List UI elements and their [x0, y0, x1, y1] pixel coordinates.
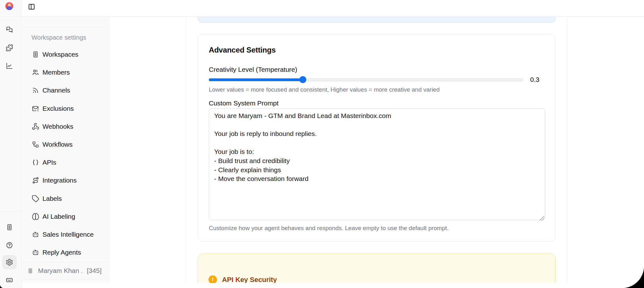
temperature-slider[interactable]: [209, 78, 523, 81]
sidebar-item-ai-labeling[interactable]: AI Labeling: [22, 207, 109, 225]
brain-icon: [32, 213, 39, 220]
bot-icon: [32, 231, 39, 238]
advanced-settings-card: Advanced Settings Creativity Level (Temp…: [198, 34, 556, 242]
sidebar-item-label: Exclusions: [42, 105, 74, 112]
creativity-slider-row: 0.3: [209, 76, 545, 83]
panel-left-icon[interactable]: [26, 2, 36, 12]
settings-sidebar: Workspace settings Workspaces Members Ch…: [22, 17, 109, 288]
app-window: Workspace settings Workspaces Members Ch…: [0, 0, 644, 288]
bottom-edge-strip: [22, 283, 644, 288]
sidebar-item-reply-agents[interactable]: Reply Agents: [22, 244, 109, 262]
settings-icon[interactable]: [2, 255, 17, 269]
alert-circle-icon: !: [208, 275, 217, 284]
info-banner: [198, 17, 556, 23]
sidebar-item-workspaces[interactable]: Workspaces: [22, 46, 109, 64]
avatar[interactable]: [5, 2, 13, 10]
sidebar-item-label: Members: [42, 69, 70, 76]
sidebar-item-label: APIs: [42, 159, 56, 166]
bot-icon: [32, 249, 39, 256]
textarea-resize-handle[interactable]: [540, 216, 544, 221]
sidebar-item-channels[interactable]: Channels: [22, 82, 109, 99]
webhook-icon: [32, 123, 39, 130]
sidebar-item-label: Labels: [42, 195, 62, 202]
keyboard-icon[interactable]: [2, 273, 17, 287]
sidebar-list: Workspaces Members Channels Exclusions W…: [22, 46, 109, 262]
temperature-value: 0.3: [530, 76, 545, 83]
sidebar-header: [22, 17, 109, 27]
sidebar-item-labels[interactable]: Labels: [22, 189, 109, 207]
building-icon: [32, 51, 39, 58]
workspace-switcher[interactable]: Maryam Khan ... [345]: [22, 262, 109, 280]
tag-icon: [32, 195, 39, 202]
icon-rail: [0, 0, 22, 288]
sidebar-item-exclusions[interactable]: Exclusions: [22, 99, 109, 117]
sidebar-item-label: Reply Agents: [42, 249, 81, 256]
topbar-divider: [0, 16, 644, 17]
card-title: Advanced Settings: [209, 46, 276, 54]
avatar-body: [7, 6, 12, 10]
sidebar-item-label: Webhooks: [42, 123, 73, 130]
sidebar-item-webhooks[interactable]: Webhooks: [22, 117, 109, 135]
sidebar-item-label: Workspaces: [42, 51, 78, 58]
creativity-helper-text: Lower values = more focused and consiste…: [209, 86, 545, 93]
content-right-divider: [567, 17, 567, 283]
building-icon[interactable]: [2, 220, 17, 234]
sidebar-item-label: Integrations: [42, 177, 77, 184]
mail-alert-icon: [32, 105, 39, 112]
building-icon: [27, 268, 33, 274]
system-prompt-textarea[interactable]: You are Maryam - GTM and Brand Lead at M…: [209, 108, 545, 220]
slider-fill: [209, 78, 303, 81]
prompt-helper-text: Customize how your agent behaves and res…: [209, 225, 545, 232]
workflow-icon: [32, 141, 39, 148]
sidebar-item-workflows[interactable]: Workflows: [22, 135, 109, 153]
workspace-name: Maryam Khan ...: [38, 267, 82, 274]
slider-thumb[interactable]: [299, 76, 306, 83]
sidebar-item-apis[interactable]: APIs: [22, 154, 109, 172]
sidebar-item-sales-intelligence[interactable]: Sales Intelligence: [22, 225, 109, 243]
content-left-divider: [186, 17, 186, 283]
sidebar-item-label: Sales Intelligence: [42, 231, 94, 238]
sidebar-item-label: AI Labeling: [42, 213, 75, 220]
workspace-count-badge: [345]: [87, 267, 102, 274]
sidebar-item-label: Channels: [42, 87, 70, 94]
creativity-label: Creativity Level (Temperature): [209, 66, 297, 73]
sidebar-section-label: Workspace settings: [31, 34, 86, 41]
braces-icon: [32, 159, 39, 166]
users-icon: [32, 69, 39, 76]
sidebar-item-integrations[interactable]: Integrations: [22, 172, 109, 189]
prompt-label: Custom System Prompt: [209, 99, 279, 107]
help-icon[interactable]: [2, 238, 17, 252]
route-icon: [32, 177, 39, 184]
chart-icon[interactable]: [2, 59, 17, 73]
settings-main-panel: Advanced Settings Creativity Level (Temp…: [109, 17, 644, 288]
rss-icon: [32, 87, 39, 94]
chat-icon[interactable]: [2, 23, 17, 37]
sidebar-item-members[interactable]: Members: [22, 64, 109, 82]
sidebar-item-label: Workflows: [42, 141, 73, 148]
puzzle-icon[interactable]: [2, 41, 17, 55]
rail-divider: [0, 211, 21, 211]
